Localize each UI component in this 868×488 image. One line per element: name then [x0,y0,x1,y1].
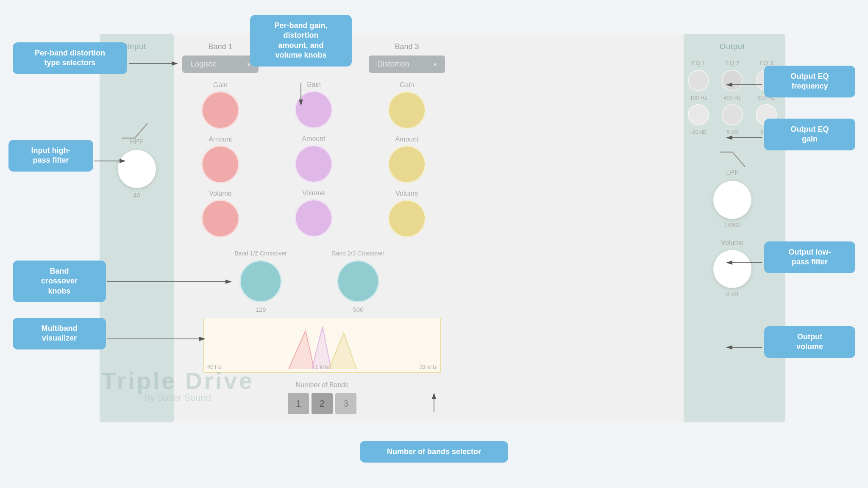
arrow-input-hpf [94,157,128,165]
band2-gain-knob[interactable] [269,91,358,129]
crossover1-value: 129 [229,306,292,313]
band3-volume-knob[interactable] [362,200,451,238]
arrow-num-bands [430,397,438,414]
lpf-shape-icon [715,148,749,169]
crossover2-label: Band 2/3 Crossover [326,250,390,257]
band1-volume-label: Volume [176,190,265,197]
arrow-multiband-viz [107,335,204,343]
arrow-distortion-type [129,59,180,68]
hpf-knob[interactable] [100,150,174,188]
band1-gain-knob[interactable] [176,91,265,129]
arrow-output-lpf [730,258,764,267]
output-label: Output [682,38,783,55]
eq2-col: EQ 2 400 Hz 5 dB [720,60,745,135]
arrow-output-eq-gain [730,133,764,142]
svg-marker-1 [172,61,178,66]
arrow-band-crossover [107,277,230,286]
band1-chevron-icon: ▾ [247,61,250,68]
annotation-output-eq-gain: Output EQgain [764,119,855,150]
output-lpf-knob[interactable] [682,181,783,219]
band3-amount-label: Amount [362,136,451,143]
crossover1-knob[interactable] [229,260,292,302]
crossover1-label: Band 1/2 Crossover [229,250,292,257]
band3-chevron-icon: ▾ [434,61,437,68]
branding: Triple Drive by Soifer Sound [102,367,254,403]
band1-dropdown-value: Logistic [191,60,217,69]
band2-amount-label: Amount [269,135,358,143]
eq1-label: EQ 1 [686,60,711,67]
num-bands-btn-2[interactable]: 2 [312,393,333,414]
band3-panel: Band 3 Distortion ▾ Gain Amount Volume [362,38,451,238]
output-volume-value: 0 dB [682,291,783,297]
crossover1-container: Band 1/2 Crossover 129 [229,250,292,313]
eq1-col: EQ 1 100 Hz -20 dB [686,60,711,135]
eq2-freq-value: 400 Hz [720,94,745,101]
eq1-gain-knob[interactable] [686,104,711,125]
eq1-gain-value: -20 dB [686,129,711,135]
band3-label: Band 3 [362,38,451,55]
hpf-label: HPF [100,138,174,146]
eq1-freq-value: 100 Hz [686,94,711,101]
annotation-input-hpf: Input high-pass filter [8,140,93,172]
band2-amount-knob[interactable] [269,145,358,183]
num-bands-btn-1[interactable]: 1 [288,393,309,414]
band2-volume-label: Volume [269,189,358,197]
lpf-container [682,148,783,169]
crossover2-knob[interactable] [326,260,390,302]
band2-gain-label: Gain [269,81,358,89]
hpf-value: 40 [100,191,174,199]
band1-volume-knob[interactable] [176,200,265,238]
band2-panel: Band 2 Gain Amount Volume [269,38,358,237]
band1-amount-label: Amount [176,136,265,143]
num-bands-buttons: 1 2 3 [288,393,356,414]
annotation-num-bands: Number of bands selector [360,441,508,463]
band3-amount-knob[interactable] [362,145,451,183]
band1-panel: Band 1 Logistic ▾ Gain Amount Volume [176,38,265,238]
crossover2-container: Band 2/3 Crossover 500 [326,250,390,313]
band3-gain-label: Gain [362,81,451,89]
band3-dropdown[interactable]: Distortion ▾ [369,55,445,73]
band1-dropdown[interactable]: Logistic ▾ [182,55,259,73]
brand-title: Triple Drive [102,367,254,394]
lpf-value: 18000 [682,222,783,228]
annotation-band-crossover: Bandcrossoverknobs [13,261,106,302]
band3-dropdown-value: Distortion [377,60,409,69]
eq1-freq-knob[interactable] [686,70,711,91]
lpf-label: LPF [682,169,783,177]
band3-gain-knob[interactable] [362,91,451,129]
annotation-multiband-viz: Multibandvisualizer [13,318,106,349]
annotation-output-lpf: Output low-pass filter [764,241,855,273]
num-bands-btn-3[interactable]: 3 [335,393,356,414]
eq2-label: EQ 2 [720,60,745,67]
annotation-output-volume: Outputvolume [764,326,855,358]
band1-amount-knob[interactable] [176,145,265,183]
arrow-output-eq-freq [730,80,764,89]
arrow-output-volume [730,343,764,352]
freq-max-label: 22 kHz [420,364,437,370]
crossover2-value: 500 [326,306,390,313]
band1-gain-label: Gain [176,81,265,89]
freq-mid-label: 1 kHz [315,364,329,370]
annotation-distortion-type: Per-band distortiontype selectors [13,42,127,74]
arrow-per-band-gain [297,83,305,104]
visualizer: 40 Hz 1 kHz 22 kHz [203,318,441,373]
eq2-gain-knob[interactable] [720,104,745,125]
annotation-per-band-gain: Per-band gain,distortionamount, andvolum… [250,15,352,67]
annotation-output-eq-freq: Output EQfrequency [764,66,855,97]
svg-marker-5 [120,159,126,163]
page: Input HPF 40 Band 1 Logistic ▾ Gain Amou… [0,0,868,488]
num-bands-label: Number of Bands [296,381,349,389]
band3-volume-label: Volume [362,190,451,197]
band2-volume-knob[interactable] [269,199,358,237]
